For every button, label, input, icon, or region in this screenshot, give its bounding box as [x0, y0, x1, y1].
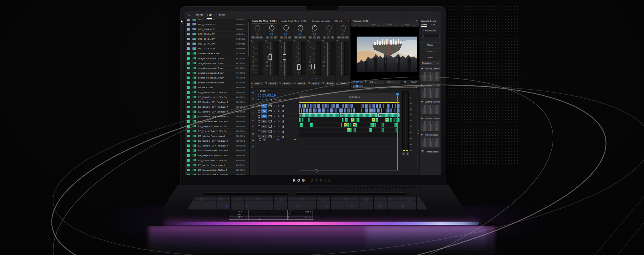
tool-selection[interactable]: ➤ — [250, 89, 256, 96]
track-mute-button[interactable]: M — [273, 105, 276, 107]
project-item-row[interactable]: ES_Fireplace Outdoors - SF 48000 Hz — [185, 153, 249, 158]
voiceover-mic-icon[interactable] — [283, 115, 284, 117]
project-item-row[interactable]: IMG_0746.MOV 60.00 fps — [185, 37, 249, 41]
timeline-clip[interactable] — [310, 104, 313, 108]
mute-button[interactable]: M — [266, 36, 269, 39]
tab-audio-clip-mixer[interactable]: Audio Clip Mixer: C0424 — [252, 19, 277, 23]
project-item-row[interactable]: ES_Birds Forest 1 - SFX Pro 48000 Hz — [185, 95, 249, 100]
project-item-row[interactable]: seagull-on-beach 17.wav 44100 Hz — [185, 66, 249, 71]
mute-button[interactable]: M — [294, 36, 298, 39]
section-genres[interactable]: ›Genres — [420, 49, 441, 55]
linked-selection-icon[interactable]: ⇱ — [266, 99, 268, 101]
timeline-clip[interactable] — [381, 109, 382, 113]
timeline-clip[interactable] — [374, 123, 376, 127]
track-target-button[interactable]: A2 — [261, 109, 267, 113]
project-item-row[interactable]: seagull-on-beach 15.wav 44100 Hz — [185, 56, 249, 61]
tool-rectangle[interactable]: ▭ — [250, 130, 256, 137]
tab-browse[interactable]: Browse — [421, 24, 427, 27]
scrollbar-handle[interactable] — [315, 169, 318, 172]
lock-icon[interactable] — [258, 131, 260, 133]
timeline-clip[interactable] — [369, 109, 373, 113]
fader-track[interactable] — [299, 42, 299, 76]
sync-source-icon[interactable] — [269, 105, 272, 107]
play-icon[interactable]: ▶ — [422, 67, 423, 70]
timeline-clip[interactable] — [313, 109, 317, 113]
timeline-clip[interactable] — [361, 109, 362, 113]
play-icon[interactable]: ▶ — [422, 117, 423, 119]
timeline-clip[interactable] — [318, 109, 321, 113]
tab-edit-sound[interactable]: Edit — [431, 24, 435, 27]
lock-icon[interactable] — [258, 121, 260, 123]
track-target-button[interactable]: A1 — [261, 104, 267, 108]
voiceover-mic-icon[interactable] — [283, 110, 284, 112]
zoom-bar-handle-right[interactable] — [416, 86, 418, 88]
sync-source-icon[interactable] — [269, 125, 272, 128]
track-solo-button[interactable]: S — [277, 115, 280, 117]
timeline-clip[interactable] — [394, 123, 397, 127]
channel-name-button[interactable]: Audio 7 — [339, 82, 349, 85]
voiceover-mic-icon[interactable] — [283, 125, 284, 127]
fader-handle[interactable] — [311, 64, 315, 69]
fader-handle[interactable] — [269, 54, 272, 60]
tool-track-select[interactable]: ⇱ — [250, 96, 256, 103]
timeline-clip[interactable] — [327, 109, 329, 113]
project-item-row[interactable]: ES_Forest Birds 2 - SFX Pro 48000 Hz — [185, 129, 249, 134]
solo-button[interactable]: S — [298, 36, 302, 39]
timeline-clip[interactable] — [386, 109, 389, 113]
zoom-bar-handle-left[interactable] — [351, 86, 354, 88]
solo-button[interactable]: S — [313, 36, 316, 39]
audio-lane-a3[interactable]: fxfxfx — [299, 113, 399, 118]
track-solo-button[interactable]: S — [277, 125, 280, 127]
tab-audio-track-mixer[interactable]: Audio Track Mixer: C0424 — [281, 19, 307, 23]
project-item-row[interactable]: bonfire 32.wav 48000 Hz — [185, 85, 249, 90]
record-button[interactable]: ◎ — [274, 36, 277, 39]
track-target-button[interactable]: A6 — [261, 130, 267, 133]
tab-effect-controls[interactable]: Effect C — [335, 19, 343, 23]
timeline-clip[interactable] — [304, 104, 306, 108]
timeline-clip[interactable] — [308, 118, 310, 122]
timeline-clip[interactable] — [379, 104, 381, 108]
play-icon[interactable]: ▶ — [422, 84, 423, 86]
timeline-clip[interactable] — [331, 104, 335, 108]
lock-icon[interactable] — [258, 116, 260, 118]
project-item-row[interactable]: ES_Into the Forest - Jakob 48000 Hz — [185, 134, 249, 138]
timeline-timecode[interactable]: 00:03:43:19 — [258, 94, 276, 97]
playhead[interactable] — [397, 93, 398, 170]
timeline-clip[interactable] — [325, 104, 327, 108]
scrollbar-handle[interactable] — [417, 130, 419, 134]
pan-knob[interactable] — [269, 25, 275, 31]
channel-name-button[interactable]: Audio 2 — [268, 82, 278, 85]
lock-icon[interactable] — [258, 126, 260, 128]
timeline-clip[interactable] — [299, 109, 300, 113]
project-item-row[interactable]: ES_Bonfire - SFX Producer 4 48000 Hz — [185, 143, 249, 148]
channel-name-button[interactable]: Audio 3 — [282, 82, 292, 85]
timeline-clip[interactable] — [330, 109, 333, 113]
timeline-clip[interactable] — [345, 104, 348, 108]
section-filters[interactable]: ›Filters — [420, 55, 441, 61]
audio-lane-a5[interactable]: fxfx — [299, 123, 399, 128]
track-mute-button[interactable]: M — [273, 130, 276, 132]
timeline-clip[interactable]: fx — [351, 118, 355, 122]
program-timecode[interactable]: 00:03:43:19 — [353, 81, 366, 84]
timeline-horizontal-scrollbar[interactable] — [299, 170, 399, 171]
project-item-row[interactable]: seagull-on-beach 20.wav 44100 Hz — [185, 80, 249, 85]
timeline-ruler[interactable]: 00:00 00:04:59:16 — [299, 93, 399, 103]
timeline-clip[interactable] — [381, 128, 384, 132]
track-solo-button[interactable]: S — [277, 105, 280, 107]
track-mute-button[interactable]: M — [273, 110, 276, 112]
play-icon[interactable]: ▶ — [422, 134, 423, 136]
timeline-clip[interactable] — [303, 109, 305, 113]
timeline-clip[interactable] — [342, 118, 343, 122]
timeline-clip[interactable] — [361, 104, 364, 108]
pan-knob[interactable] — [298, 25, 303, 31]
project-item-row[interactable]: ES_Morning Mist - Staffan C 48000 Hz — [185, 168, 249, 172]
adobe-stock-row[interactable]: St Adobe Stock — [421, 29, 436, 32]
record-button[interactable]: ◎ — [288, 36, 291, 39]
timeline-clip[interactable] — [302, 104, 304, 108]
tab-edit[interactable]: Edit — [207, 11, 212, 19]
track-target-button[interactable]: A4 — [261, 120, 267, 123]
project-item-row[interactable]: seagull-on-beach 19.wav 44100 Hz — [185, 75, 249, 80]
timeline-clip[interactable] — [299, 118, 301, 122]
timeline-clip[interactable] — [395, 128, 397, 132]
mute-button[interactable]: M — [323, 36, 326, 39]
